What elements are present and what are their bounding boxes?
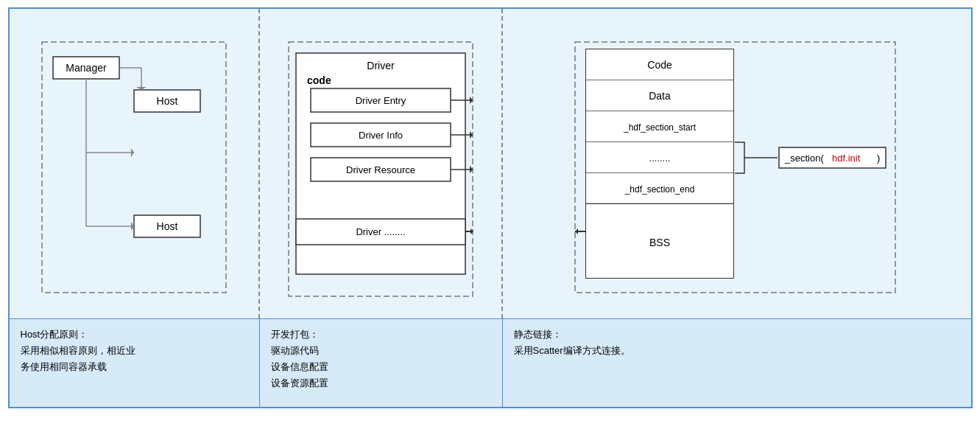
outer-container: Manager Host Host — [8, 7, 973, 408]
bottom-middle-line1: 驱动源代码 — [271, 343, 491, 359]
bottom-middle-line3: 设备资源配置 — [271, 375, 491, 391]
left-diagram: Manager Host Host — [38, 38, 230, 289]
bottom-left-line1: 采用相似相容原则，相近业 — [21, 343, 248, 359]
right-diagram: Code Data _hdf_section_start ........ — [571, 38, 903, 289]
bottom-middle-title: 开发打包： — [271, 327, 491, 343]
svg-text:BSS: BSS — [649, 237, 669, 248]
svg-text:_hdf_section_end: _hdf_section_end — [624, 184, 694, 195]
middle-panel: Driver code Driver Entry Driver Info Dr — [260, 9, 503, 318]
svg-text:Data: Data — [649, 90, 671, 102]
svg-text:Host: Host — [156, 220, 177, 232]
svg-rect-0 — [42, 42, 226, 293]
middle-diagram: Driver code Driver Entry Driver Info Dr — [285, 38, 476, 289]
svg-text:........: ........ — [649, 153, 670, 164]
svg-text:Driver Info: Driver Info — [359, 130, 403, 141]
bottom-right-title: 静态链接： — [514, 327, 960, 343]
svg-text:Driver Resource: Driver Resource — [346, 164, 415, 175]
svg-text:Driver: Driver — [367, 60, 395, 71]
svg-text:): ) — [877, 153, 880, 164]
svg-text:Driver Entry: Driver Entry — [355, 95, 406, 106]
bottom-panel-middle: 开发打包： 驱动源代码 设备信息配置 设备资源配置 — [260, 319, 503, 407]
bottom-left-title: Host分配原则： — [21, 327, 248, 343]
svg-text:Manager: Manager — [66, 62, 107, 74]
bottom-middle-line2: 设备信息配置 — [271, 359, 491, 375]
svg-text:Driver ........: Driver ........ — [356, 226, 405, 237]
diagram-wrapper: Manager Host Host — [10, 9, 971, 318]
left-panel: Manager Host Host — [10, 9, 260, 318]
bottom-section: Host分配原则： 采用相似相容原则，相近业 务使用相同容器承载 开发打包： 驱… — [10, 318, 971, 407]
bottom-panel-left: Host分配原则： 采用相似相容原则，相近业 务使用相同容器承载 — [10, 319, 260, 407]
middle-svg: Driver code Driver Entry Driver Info Dr — [285, 38, 476, 289]
right-panel: Code Data _hdf_section_start ........ — [503, 9, 971, 318]
svg-marker-12 — [131, 148, 134, 157]
svg-text:Code: Code — [647, 59, 672, 71]
left-arrows-svg: Manager Host Host — [38, 38, 230, 289]
svg-text:hdf.init: hdf.init — [832, 153, 861, 164]
svg-text:_hdf_section_start: _hdf_section_start — [622, 122, 696, 133]
right-svg: Code Data _hdf_section_start ........ — [571, 38, 903, 289]
bottom-left-line2: 务使用相同容器承载 — [21, 359, 248, 375]
bottom-right-line1: 采用Scatter编译方式连接。 — [514, 343, 960, 359]
svg-text:code: code — [307, 74, 331, 86]
svg-text:Host: Host — [156, 95, 177, 107]
bottom-panel-right: 静态链接： 采用Scatter编译方式连接。 — [503, 319, 971, 407]
svg-text:_section(: _section( — [784, 153, 824, 164]
